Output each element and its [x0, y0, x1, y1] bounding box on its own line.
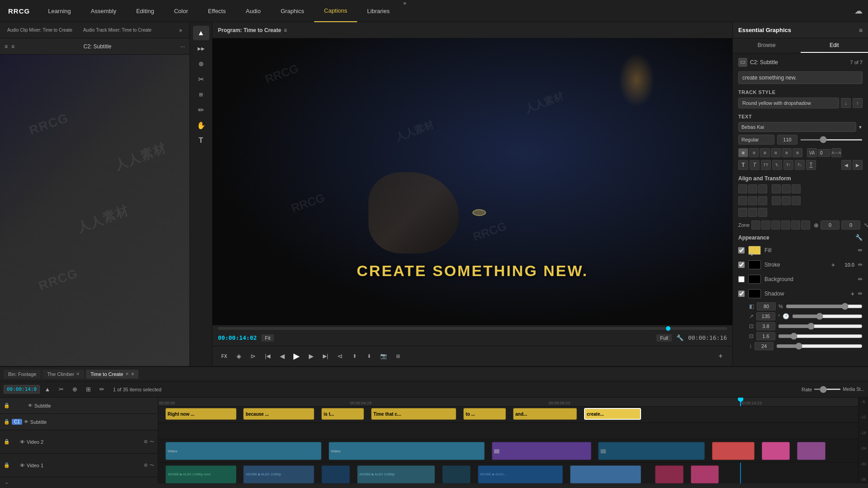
shadow-blur-slider[interactable] [778, 333, 863, 340]
tab-bin-footage[interactable]: Bin: Footage [4, 370, 41, 379]
nav-item-audio[interactable]: Audio [236, 0, 270, 22]
track-style-select[interactable]: Round yellow with dropshadow [738, 98, 839, 108]
font-style-select[interactable]: Regular [738, 135, 774, 145]
fill-checkbox[interactable] [738, 247, 745, 253]
tab-time-to-create[interactable]: Time to Create ✕ ≡ [86, 370, 138, 379]
audio-track-mixer-tab[interactable]: Audio Track Mixer: Time to Create [80, 26, 155, 34]
th-lock-v2[interactable]: 🔒 [4, 439, 10, 445]
zone-icon-4[interactable] [781, 221, 790, 230]
position-y-input[interactable] [841, 221, 860, 230]
stroke-checkbox[interactable] [738, 262, 745, 268]
v1-clip-4[interactable]: ADOBE ▶ ALEX 11080p [357, 465, 435, 483]
panel-subtitle-icon[interactable]: ≡ [11, 43, 14, 50]
clip-to[interactable]: to ... [463, 408, 506, 420]
track-select-tool[interactable]: ▶▶ [193, 41, 209, 56]
align-grid-7[interactable] [738, 196, 747, 205]
font-size-input[interactable] [777, 135, 797, 145]
shadow-opacity-input[interactable] [757, 302, 776, 310]
allcaps-btn[interactable]: TT [761, 160, 771, 170]
shadow-angle-slider[interactable] [792, 313, 863, 320]
superscript-btn[interactable]: T↑ [783, 160, 793, 170]
th-eye-v1[interactable]: 👁 [20, 463, 25, 468]
v2-clip-5[interactable] [712, 442, 755, 460]
text-arrow-left[interactable]: ◀ [841, 160, 851, 170]
subscript-btn[interactable]: T↓ [795, 160, 805, 170]
zone-icon-6[interactable] [801, 221, 810, 230]
th-lock-c1[interactable]: 🔒 [4, 419, 10, 425]
background-color-swatch[interactable] [748, 275, 761, 284]
italic-btn[interactable]: T [750, 160, 760, 170]
v1-clip-2[interactable]: ADOBE ▶ ALEX 11080p [243, 465, 314, 483]
audio-clip-mixer-tab[interactable]: Audio Clip Mixer: Time to Create [4, 26, 76, 34]
subtitle-text-input[interactable] [738, 71, 863, 84]
move-icon[interactable]: ⊕ [814, 222, 819, 229]
zone-icon-1[interactable] [751, 221, 760, 230]
align-justify-right[interactable]: ≡ [793, 148, 802, 157]
stroke-color-swatch[interactable] [748, 260, 761, 269]
th-wave-v1[interactable]: 〜 [150, 462, 154, 469]
v2-clip-1[interactable]: Video [165, 442, 321, 460]
mark-in-button[interactable]: ⊳ [247, 350, 259, 362]
v1-clip-7[interactable] [570, 465, 641, 483]
timeline-scrollbar[interactable] [0, 483, 868, 488]
type-tool[interactable]: T [193, 133, 209, 148]
track-style-download[interactable]: ↓ [841, 98, 851, 108]
zone-icon-2[interactable] [761, 221, 770, 230]
fill-color-swatch[interactable] [748, 246, 761, 255]
slip-tool[interactable]: ⊞ [193, 87, 209, 102]
clip-create[interactable]: create... [584, 408, 641, 420]
nav-cloud-icon[interactable]: ☁ [854, 6, 863, 16]
tab-edit[interactable]: Edit [801, 38, 868, 53]
shadow-color-swatch[interactable] [748, 289, 761, 298]
tab-create-menu[interactable]: ≡ [132, 371, 134, 376]
v1-clip-9[interactable] [691, 465, 719, 483]
tab-create-close[interactable]: ✕ [125, 371, 129, 376]
nav-item-libraries[interactable]: Libraries [357, 0, 400, 22]
tracking-btn[interactable]: A↔A [831, 148, 841, 157]
align-grid-2[interactable] [748, 184, 757, 193]
clip-time-that[interactable]: Time that c... [371, 408, 456, 420]
font-size-slider[interactable] [800, 139, 863, 141]
tab-climber-close[interactable]: ✕ [76, 371, 80, 376]
lift-button[interactable]: ⬆ [348, 350, 361, 362]
v2-clip-4[interactable]: ▓▓ [598, 442, 705, 460]
timecode-current[interactable]: 00:00:14:02 [218, 334, 257, 341]
text-arrow-right[interactable]: ▶ [853, 160, 863, 170]
tab-browse[interactable]: Browse [733, 38, 801, 53]
tl-tool-select[interactable]: ▲ [42, 384, 53, 395]
v2-clip-3[interactable]: ▓▓ [492, 442, 591, 460]
shadow-distance-slider[interactable] [778, 323, 863, 330]
align-grid-11[interactable] [782, 196, 791, 205]
resize-icon[interactable]: ⤡ [864, 222, 868, 228]
align-grid-4[interactable] [772, 184, 781, 193]
shadow-distance-input[interactable] [756, 322, 775, 330]
clip-right-now[interactable]: Right now ... [165, 408, 236, 420]
tl-tool-pen[interactable]: ✏ [96, 384, 108, 395]
nav-more-button[interactable]: » [400, 0, 410, 22]
kerning-btn[interactable]: VA [807, 148, 817, 157]
prev-frame-button[interactable]: ◀ [276, 350, 288, 362]
v1-clip-1[interactable]: ADOBE ▶ ALEX 11080p mod [165, 465, 236, 483]
th-eye-sub[interactable]: 👁 [28, 403, 33, 408]
background-checkbox[interactable] [738, 276, 745, 282]
align-grid-8[interactable] [748, 196, 757, 205]
left-panel-more[interactable]: ··· [180, 43, 185, 50]
bold-btn[interactable]: T [738, 160, 748, 170]
align-grid-3[interactable] [758, 184, 767, 193]
shadow-angle-clock[interactable]: 🕐 [783, 313, 789, 319]
align-grid-14[interactable] [748, 208, 757, 217]
th-eye-c1[interactable]: 👁 [24, 419, 28, 424]
align-justify-left[interactable]: ≡ [782, 148, 792, 157]
v2-clip-7[interactable] [797, 442, 826, 460]
v2-clip-6[interactable] [762, 442, 790, 460]
font-expand-icon[interactable]: ▼ [858, 125, 863, 130]
th-lock-v1[interactable]: 🔒 [4, 462, 10, 468]
play-button[interactable]: ▶ [290, 350, 303, 362]
nav-item-graphics[interactable]: Graphics [271, 0, 314, 22]
th-wave-v2[interactable]: 〜 [150, 439, 154, 445]
align-grid-15[interactable] [758, 208, 767, 217]
nav-item-color[interactable]: Color [164, 0, 198, 22]
track-content[interactable]: 00:00:00 00:00:04:23 00:00:09:23 00:00:1… [158, 398, 868, 483]
smallcaps-btn[interactable]: Tₜ [772, 160, 782, 170]
wrench-icon[interactable]: 🔧 [676, 334, 684, 341]
